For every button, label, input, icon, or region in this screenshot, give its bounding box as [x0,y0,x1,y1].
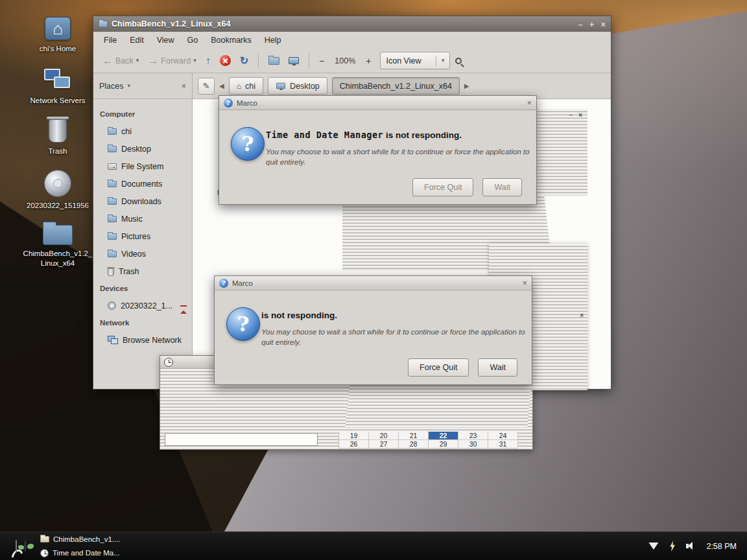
close-icon[interactable]: × [527,99,532,107]
dialog-heading: Time and Date Manager is not responding. [266,130,530,140]
breadcrumb-current[interactable]: ChimbaBench_v1.2_Linux_x64 [332,77,460,95]
desktop-icon-chimbabench-folder[interactable]: ChimbaBench_v1.2_Linux_x64 [19,220,96,268]
sidebar-item-chi[interactable]: chi [93,122,192,140]
sidebar-item-documents[interactable]: Documents [93,175,192,192]
calendar-day[interactable]: 30 [458,440,488,449]
force-quit-button[interactable]: Force Quit [408,358,469,377]
network-status-icon[interactable] [648,542,658,550]
window-folder-icon [99,21,108,27]
desktop-icon-trash[interactable]: Trash [19,119,96,156]
calendar-day[interactable]: 27 [369,440,399,449]
text-entry[interactable] [165,433,318,446]
folder-icon [108,216,117,222]
menu-help[interactable]: Help [258,33,288,47]
breadcrumb-chi[interactable]: ⌂ chi [229,77,263,95]
desktop-icon-home[interactable]: ⌂ chi's Home [19,17,96,54]
sidebar-item-downloads[interactable]: Downloads [93,192,192,210]
up-icon: ↑ [206,56,211,66]
maximize-button[interactable]: + [589,20,595,29]
sidebar-item-music[interactable]: Music [93,210,192,228]
up-button[interactable]: ↑ [202,53,215,69]
calendar-day[interactable]: 20 [369,432,399,440]
view-mode-select[interactable]: Icon View ▾ [380,52,450,69]
forward-label: Forward [161,56,191,65]
sidebar-item-desktop[interactable]: Desktop [93,140,192,158]
forward-icon: → [148,56,158,66]
desktop-icon-network-servers[interactable]: Network Servers [19,69,96,106]
close-button[interactable]: × [600,20,606,29]
menu-edit[interactable]: Edit [123,33,150,47]
menu-go[interactable]: Go [181,33,205,47]
dialog-titlebar[interactable]: ? Marco × [219,96,536,110]
minimize-icon[interactable]: – [569,112,573,119]
sidebar-item-label: Documents [121,180,162,189]
computer-button[interactable] [285,54,303,67]
calendar-day[interactable]: 26 [339,440,369,449]
search-icon [455,58,462,64]
zoom-in-button[interactable]: + [362,54,375,68]
calendar-day[interactable]: 19 [339,432,369,440]
chevron-down-icon: ▾ [136,58,139,64]
stop-button[interactable] [216,52,235,69]
chevron-right-icon[interactable]: ▶ [464,82,469,89]
clock-icon [164,358,173,367]
calendar-day[interactable]: 29 [429,440,458,449]
calendar-day-selected[interactable]: 22 [429,432,458,440]
back-button[interactable]: ← Back ▾ [99,53,143,69]
clock-icon [40,549,49,557]
sidebar-item-trash[interactable]: Trash [93,262,192,280]
dialog-titlebar[interactable]: ? Marco × [215,276,532,290]
sidebar-item-label: Downloads [121,197,161,206]
calendar-day[interactable]: 31 [488,440,518,449]
search-button[interactable] [451,55,466,67]
calendar-day[interactable]: 24 [488,432,518,440]
desktop-icon-disc[interactable]: 20230322_151956 [19,170,96,211]
menu-bookmarks[interactable]: Bookmarks [204,33,258,47]
taskbar-item-time-date[interactable]: Time and Date Ma... [36,546,124,560]
force-quit-button[interactable]: Force Quit [412,178,473,196]
chevron-left-icon[interactable]: ◀ [219,82,224,89]
sidebar-header[interactable]: Places ▾ × [93,73,193,99]
close-sidebar-icon[interactable]: × [182,82,186,91]
sidebar-item-pictures[interactable]: Pictures [93,228,192,245]
calendar-day[interactable]: 28 [399,440,429,449]
eject-button[interactable] [180,301,187,310]
desktop: ⌂ chi's Home Network Servers Trash 20230… [0,0,747,560]
sidebar-item-browse-network[interactable]: Browse Network [93,331,192,349]
breadcrumb-label: ChimbaBench_v1.2_Linux_x64 [340,82,452,91]
section-label: Network [100,319,129,327]
calendar-day[interactable]: 21 [399,432,429,440]
sidebar-item-videos[interactable]: Videos [93,245,192,262]
power-status-icon[interactable] [669,541,676,552]
close-icon[interactable]: × [578,112,582,119]
heading-rest: is not responding. [261,310,337,320]
browser-launcher[interactable] [25,541,26,552]
menu-view[interactable]: View [150,33,181,47]
sidebar-item-removable-disc[interactable]: 20230322_1... [93,297,192,314]
back-icon: ← [102,56,113,66]
minimize-button[interactable]: – [578,20,583,29]
close-icon[interactable]: × [522,279,527,287]
close-icon[interactable]: × [580,312,584,319]
desktop-icon-label: chi's Home [40,44,77,54]
edit-location-button[interactable]: ✎ [198,78,215,95]
menu-file[interactable]: File [97,33,123,47]
folder-icon [108,198,117,205]
breadcrumb-desktop[interactable]: Desktop [268,77,327,95]
taskbar-item-chimbabench[interactable]: ChimbaBench_v1.... [36,533,124,546]
home-folder-button[interactable] [265,54,283,67]
wait-button[interactable]: Wait [482,178,522,196]
wait-button[interactable]: Wait [478,358,517,377]
file-manager-launcher[interactable] [16,541,17,552]
zoom-out-button[interactable]: − [315,54,328,68]
sidebar-item-file-system[interactable]: File System [93,158,192,175]
calendar-day[interactable]: 23 [458,432,488,440]
titlebar[interactable]: ChimbaBench_v1.2_Linux_x64 – + × [93,16,611,32]
forward-button[interactable]: → Forward ▾ [144,53,200,69]
toolbar: ← Back ▾ → Forward ▾ ↑ ↻ [93,49,611,73]
taskbar-clock[interactable]: 2:58 PM [706,542,737,551]
home-folder-icon [268,57,279,65]
refresh-button[interactable]: ↻ [236,53,252,69]
volume-icon[interactable] [686,542,696,550]
pencil-icon: ✎ [203,81,210,91]
